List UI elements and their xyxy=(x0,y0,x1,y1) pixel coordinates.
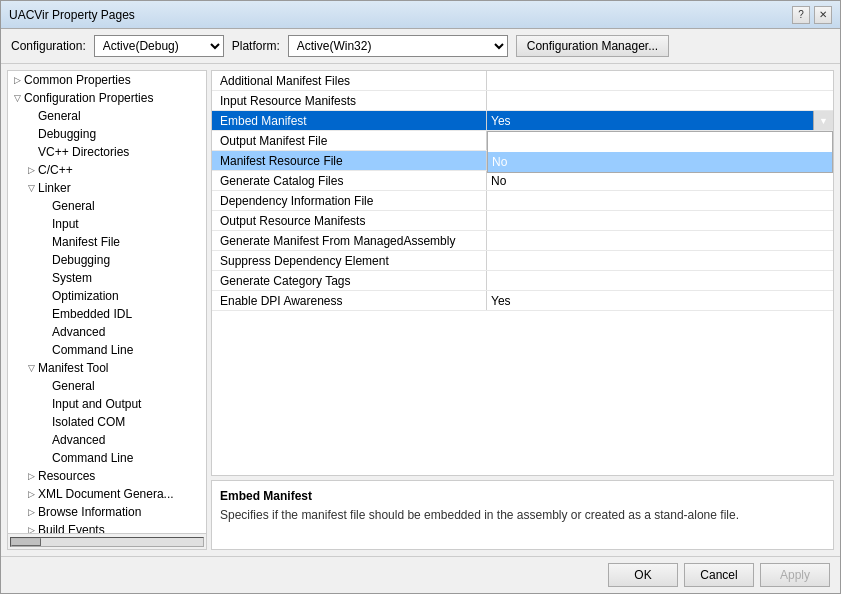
tree-item-c-cpp[interactable]: ▷C/C++ xyxy=(8,161,206,179)
properties-table[interactable]: Additional Manifest FilesInput Resource … xyxy=(211,70,834,476)
prop-name-4: Manifest Resource File xyxy=(212,151,487,170)
tree-label-linker-general: General xyxy=(52,199,95,213)
prop-name-3: Output Manifest File xyxy=(212,131,487,150)
prop-name-8: Generate Manifest From ManagedAssembly xyxy=(212,231,487,250)
tree-item-linker-system[interactable]: System xyxy=(8,269,206,287)
tree-label-xml-doc: XML Document Genera... xyxy=(38,487,174,501)
platform-select[interactable]: Active(Win32) xyxy=(288,35,508,57)
prop-value-5: No xyxy=(487,171,833,190)
tree-item-linker-input[interactable]: Input xyxy=(8,215,206,233)
dropdown-item-2-1[interactable]: No xyxy=(488,152,832,172)
tree-item-linker-advanced[interactable]: Advanced xyxy=(8,323,206,341)
tree-label-linker-manifest: Manifest File xyxy=(52,235,120,249)
platform-label: Platform: xyxy=(232,39,280,53)
scrollbar-thumb[interactable] xyxy=(11,538,41,546)
expander-resources[interactable]: ▷ xyxy=(24,469,38,483)
tree-container[interactable]: ▷Common Properties▽Configuration Propert… xyxy=(8,71,206,533)
tree-label-linker-system: System xyxy=(52,271,92,285)
tree-label-linker-opt: Optimization xyxy=(52,289,119,303)
main-content: ▷Common Properties▽Configuration Propert… xyxy=(1,64,840,556)
tree-item-mt-advanced[interactable]: Advanced xyxy=(8,431,206,449)
close-button[interactable]: ✕ xyxy=(814,6,832,24)
prop-value-10 xyxy=(487,271,833,290)
right-panel: Additional Manifest FilesInput Resource … xyxy=(211,70,834,550)
expander-common-props[interactable]: ▷ xyxy=(10,73,24,87)
prop-value-9 xyxy=(487,251,833,270)
tree-item-debugging[interactable]: Debugging xyxy=(8,125,206,143)
expander-build-events[interactable]: ▷ xyxy=(24,523,38,533)
prop-row-6[interactable]: Dependency Information File xyxy=(212,191,833,211)
expander-xml-doc[interactable]: ▷ xyxy=(24,487,38,501)
tree-label-common-props: Common Properties xyxy=(24,73,131,87)
config-select[interactable]: Active(Debug) xyxy=(94,35,224,57)
prop-row-7[interactable]: Output Resource Manifests xyxy=(212,211,833,231)
prop-value-8 xyxy=(487,231,833,250)
help-button[interactable]: ? xyxy=(792,6,810,24)
prop-row-8[interactable]: Generate Manifest From ManagedAssembly xyxy=(212,231,833,251)
tree-item-vc-dirs[interactable]: VC++ Directories xyxy=(8,143,206,161)
tree-item-config-props[interactable]: ▽Configuration Properties xyxy=(8,89,206,107)
tree-item-build-events[interactable]: ▷Build Events xyxy=(8,521,206,533)
tree-label-linker: Linker xyxy=(38,181,71,195)
tree-item-mt-input-output[interactable]: Input and Output xyxy=(8,395,206,413)
info-title: Embed Manifest xyxy=(220,489,825,503)
tree-label-config-props: Configuration Properties xyxy=(24,91,153,105)
expander-config-props[interactable]: ▽ xyxy=(10,91,24,105)
cancel-button[interactable]: Cancel xyxy=(684,563,754,587)
left-panel: ▷Common Properties▽Configuration Propert… xyxy=(7,70,207,550)
main-window: UACVir Property Pages ? ✕ Configuration:… xyxy=(0,0,841,594)
config-manager-button[interactable]: Configuration Manager... xyxy=(516,35,669,57)
scrollbar-track[interactable] xyxy=(10,537,204,547)
apply-button[interactable]: Apply xyxy=(760,563,830,587)
tree-label-mt-general: General xyxy=(52,379,95,393)
title-bar: UACVir Property Pages ? ✕ xyxy=(1,1,840,29)
tree-item-mt-cmd[interactable]: Command Line xyxy=(8,449,206,467)
tree-item-linker-manifest[interactable]: Manifest File xyxy=(8,233,206,251)
tree-item-linker-general[interactable]: General xyxy=(8,197,206,215)
prop-row-11[interactable]: Enable DPI AwarenessYes xyxy=(212,291,833,311)
prop-row-0[interactable]: Additional Manifest Files xyxy=(212,71,833,91)
tree-label-general: General xyxy=(38,109,81,123)
tree-label-linker-debugging: Debugging xyxy=(52,253,110,267)
ok-button[interactable]: OK xyxy=(608,563,678,587)
tree-item-mt-isolated-com[interactable]: Isolated COM xyxy=(8,413,206,431)
expander-manifest-tool[interactable]: ▽ xyxy=(24,361,38,375)
tree-label-linker-embedded: Embedded IDL xyxy=(52,307,132,321)
prop-value-7 xyxy=(487,211,833,230)
prop-name-2: Embed Manifest xyxy=(212,111,487,130)
prop-row-1[interactable]: Input Resource Manifests xyxy=(212,91,833,111)
prop-row-2[interactable]: Embed ManifestYes▼YesNo xyxy=(212,111,833,131)
prop-value-text-11: Yes xyxy=(491,294,511,308)
tree-item-linker-cmd[interactable]: Command Line xyxy=(8,341,206,359)
expander-browse-info[interactable]: ▷ xyxy=(24,505,38,519)
tree-item-linker-debugging[interactable]: Debugging xyxy=(8,251,206,269)
tree-item-general[interactable]: General xyxy=(8,107,206,125)
horizontal-scrollbar[interactable] xyxy=(8,533,206,549)
dropdown-item-2-0[interactable]: Yes xyxy=(488,132,832,152)
prop-name-11: Enable DPI Awareness xyxy=(212,291,487,310)
tree-label-linker-advanced: Advanced xyxy=(52,325,105,339)
footer-buttons: OK Cancel Apply xyxy=(1,556,840,593)
expander-linker[interactable]: ▽ xyxy=(24,181,38,195)
prop-value-2: Yes▼YesNo xyxy=(487,111,833,130)
prop-value-text-2: Yes xyxy=(491,114,511,128)
dropdown-arrow-2[interactable]: ▼ xyxy=(813,111,833,130)
tree-item-linker[interactable]: ▽Linker xyxy=(8,179,206,197)
tree-item-manifest-tool[interactable]: ▽Manifest Tool xyxy=(8,359,206,377)
tree-item-browse-info[interactable]: ▷Browse Information xyxy=(8,503,206,521)
prop-name-5: Generate Catalog Files xyxy=(212,171,487,190)
prop-value-11: Yes xyxy=(487,291,833,310)
tree-item-resources[interactable]: ▷Resources xyxy=(8,467,206,485)
tree-label-linker-input: Input xyxy=(52,217,79,231)
tree-item-linker-embedded[interactable]: Embedded IDL xyxy=(8,305,206,323)
prop-row-9[interactable]: Suppress Dependency Element xyxy=(212,251,833,271)
tree-item-linker-opt[interactable]: Optimization xyxy=(8,287,206,305)
tree-item-xml-doc[interactable]: ▷XML Document Genera... xyxy=(8,485,206,503)
toolbar: Configuration: Active(Debug) Platform: A… xyxy=(1,29,840,64)
tree-item-common-props[interactable]: ▷Common Properties xyxy=(8,71,206,89)
prop-row-5[interactable]: Generate Catalog FilesNo xyxy=(212,171,833,191)
tree-item-mt-general[interactable]: General xyxy=(8,377,206,395)
expander-c-cpp[interactable]: ▷ xyxy=(24,163,38,177)
info-description: Specifies if the manifest file should be… xyxy=(220,507,825,524)
prop-row-10[interactable]: Generate Category Tags xyxy=(212,271,833,291)
